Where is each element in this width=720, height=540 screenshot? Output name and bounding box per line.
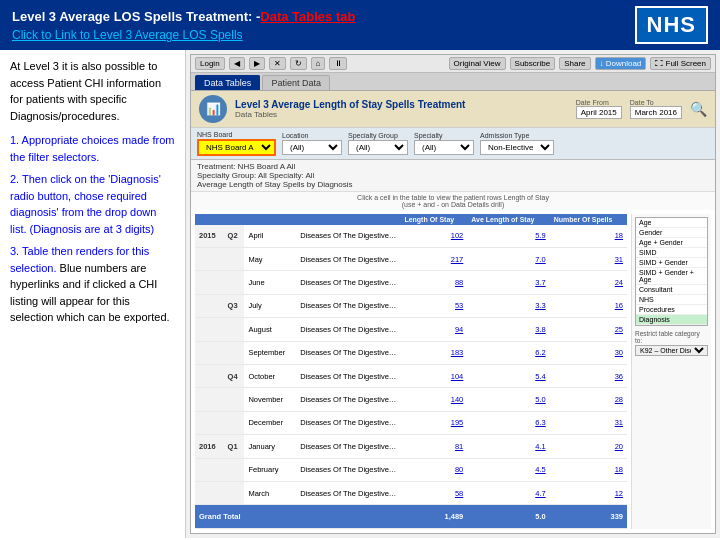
cell-spells[interactable]: 20: [550, 435, 627, 458]
cell-avg[interactable]: 7.0: [467, 247, 549, 270]
cell-avg[interactable]: 5.9: [467, 225, 549, 247]
cell-spells[interactable]: 36: [550, 364, 627, 387]
cell-spells[interactable]: 16: [550, 294, 627, 317]
cell-spells[interactable]: 31: [550, 247, 627, 270]
cell-avg[interactable]: 3.3: [467, 294, 549, 317]
location-select[interactable]: (All): [282, 140, 342, 155]
cell-los[interactable]: 58: [400, 482, 467, 505]
cell-avg[interactable]: 5.0: [467, 388, 549, 411]
cell-spells[interactable]: 30: [550, 341, 627, 364]
filter-item[interactable]: SIMD + Gender + Age: [636, 268, 707, 285]
cell-los[interactable]: 183: [400, 341, 467, 364]
table-row[interactable]: 2015 Q2 April Diseases Of The Digestive …: [195, 225, 627, 247]
restrict-label: Restrict table category to:: [635, 330, 708, 344]
stop-button[interactable]: ✕: [269, 57, 286, 70]
tab-data-tables[interactable]: Data Tables: [195, 75, 260, 90]
download-button[interactable]: ↓ Download: [595, 57, 647, 70]
filter-item[interactable]: Diagnosis: [636, 315, 707, 325]
login-button[interactable]: Login: [195, 57, 225, 70]
table-row[interactable]: June Diseases Of The Digestive Sy... 88 …: [195, 271, 627, 294]
original-view-button[interactable]: Original View: [449, 57, 506, 70]
share-button[interactable]: Share: [559, 57, 590, 70]
cell-spells[interactable]: 24: [550, 271, 627, 294]
subscribe-button[interactable]: Subscribe: [510, 57, 556, 70]
cell-year: [195, 341, 224, 364]
app-frame: Login ◀ ▶ ✕ ↻ ⌂ ⏸ Original View Subscrib…: [190, 54, 716, 534]
cell-avg[interactable]: 3.8: [467, 318, 549, 341]
nav-bar: Login ◀ ▶ ✕ ↻ ⌂ ⏸ Original View Subscrib…: [191, 55, 715, 73]
table-row[interactable]: December Diseases Of The Digestive Sy...…: [195, 411, 627, 434]
cell-los[interactable]: 140: [400, 388, 467, 411]
home-button[interactable]: ⌂: [311, 57, 326, 70]
cell-avg[interactable]: 4.5: [467, 458, 549, 481]
grand-total-avg[interactable]: 5.0: [467, 505, 549, 529]
cell-los[interactable]: 88: [400, 271, 467, 294]
cell-spells[interactable]: 28: [550, 388, 627, 411]
search-icon[interactable]: 🔍: [690, 101, 707, 117]
cell-los[interactable]: 80: [400, 458, 467, 481]
back-button[interactable]: ◀: [229, 57, 245, 70]
table-row[interactable]: Q3 July Diseases Of The Digestive Sy... …: [195, 294, 627, 317]
filter-item[interactable]: SIMD: [636, 248, 707, 258]
tab-patient-data[interactable]: Patient Data: [262, 75, 330, 90]
cell-spells[interactable]: 12: [550, 482, 627, 505]
cell-los[interactable]: 195: [400, 411, 467, 434]
filter-item[interactable]: Gender: [636, 228, 707, 238]
cell-los[interactable]: 104: [400, 364, 467, 387]
cell-avg[interactable]: 4.1: [467, 435, 549, 458]
cell-avg[interactable]: 6.2: [467, 341, 549, 364]
filter-item[interactable]: Age: [636, 218, 707, 228]
table-row[interactable]: September Diseases Of The Digestive Sy..…: [195, 341, 627, 364]
table-row[interactable]: August Diseases Of The Digestive Sy... 9…: [195, 318, 627, 341]
table-row[interactable]: March Diseases Of The Digestive Sy... 58…: [195, 482, 627, 505]
cell-desc: Diseases Of The Digestive Sy...: [296, 318, 400, 341]
nhs-board-select[interactable]: NHS Board A: [197, 139, 276, 156]
cell-los[interactable]: 94: [400, 318, 467, 341]
refresh-button[interactable]: ↻: [290, 57, 307, 70]
cell-avg[interactable]: 5.4: [467, 364, 549, 387]
treatment-bar: Treatment: NHS Board A All Specialty Gro…: [191, 160, 715, 192]
filter-item[interactable]: Procedures: [636, 305, 707, 315]
page-main-title: Level 3 Average Length of Stay Spells Tr…: [235, 99, 568, 110]
table-row[interactable]: May Diseases Of The Digestive Sy... 217 …: [195, 247, 627, 270]
cell-avg[interactable]: 4.7: [467, 482, 549, 505]
cell-los[interactable]: 81: [400, 435, 467, 458]
admission-type-select[interactable]: Non-Elective: [480, 140, 554, 155]
filter-item[interactable]: SIMD + Gender: [636, 258, 707, 268]
dimension-filter-box: AgeGenderAge + GenderSIMDSIMD + GenderSI…: [635, 217, 708, 326]
filter-item[interactable]: NHS: [636, 295, 707, 305]
fullscreen-button[interactable]: ⛶ Full Screen: [650, 57, 711, 70]
restrict-select[interactable]: K92 – Other Diseases...: [635, 345, 708, 356]
fwd-button[interactable]: ▶: [249, 57, 265, 70]
cell-quarter: [224, 271, 245, 294]
cell-year: 2015: [195, 225, 224, 247]
tabs-row: Data Tables Patient Data: [191, 73, 715, 91]
cell-spells[interactable]: 25: [550, 318, 627, 341]
cell-spells[interactable]: 31: [550, 411, 627, 434]
table-row[interactable]: 2016 Q1 January Diseases Of The Digestiv…: [195, 435, 627, 458]
header-subtitle[interactable]: Click to Link to Level 3 Average LOS Spe…: [12, 28, 355, 42]
filter-item[interactable]: Age + Gender: [636, 238, 707, 248]
cell-avg[interactable]: 3.7: [467, 271, 549, 294]
app-content: Login ◀ ▶ ✕ ↻ ⌂ ⏸ Original View Subscrib…: [185, 50, 720, 538]
cell-los[interactable]: 102: [400, 225, 467, 247]
cell-spells[interactable]: 18: [550, 225, 627, 247]
grand-total-spells[interactable]: 339: [550, 505, 627, 529]
cell-los[interactable]: 53: [400, 294, 467, 317]
specialty-group-select[interactable]: (All): [348, 140, 408, 155]
filter-nhs-board: NHS Board NHS Board A: [197, 131, 276, 156]
filter-item[interactable]: Consultant: [636, 285, 707, 295]
pause-button[interactable]: ⏸: [329, 57, 347, 70]
grand-total-los[interactable]: 1,489: [400, 505, 467, 529]
cell-los[interactable]: 217: [400, 247, 467, 270]
specialty-select[interactable]: (All): [414, 140, 474, 155]
cell-month: February: [244, 458, 296, 481]
cell-year: 2016: [195, 435, 224, 458]
cell-year: [195, 247, 224, 270]
table-row[interactable]: Q4 October Diseases Of The Digestive Sy.…: [195, 364, 627, 387]
cell-spells[interactable]: 18: [550, 458, 627, 481]
table-row[interactable]: November Diseases Of The Digestive Sy...…: [195, 388, 627, 411]
table-row[interactable]: February Diseases Of The Digestive Sy...…: [195, 458, 627, 481]
cell-desc: Diseases Of The Digestive Sy...: [296, 247, 400, 270]
cell-avg[interactable]: 6.3: [467, 411, 549, 434]
